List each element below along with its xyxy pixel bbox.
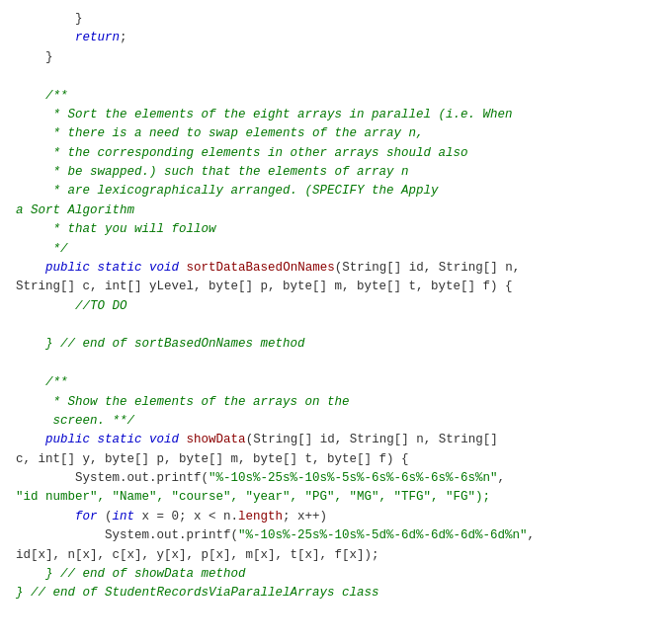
code-line: } // end of sortBasedOnNames method — [16, 335, 654, 354]
code-segment: "%-10s%-25s%-10s%-5s%-6s%-6s%-6s%-6s%n" — [209, 471, 498, 485]
code-line: for (int x = 0; x < n.length; x++) — [16, 508, 654, 526]
code-segment: , — [528, 528, 536, 542]
code-segment — [16, 433, 45, 446]
code-line: //TO DO — [16, 297, 654, 316]
code-line: return; — [16, 29, 654, 47]
code-segment: ( — [98, 510, 113, 523]
code-segment — [179, 433, 187, 446]
code-segment: sortDataBasedOnNames — [187, 261, 335, 275]
code-line: } // end of showData method — [16, 565, 654, 584]
code-line: } — [16, 10, 654, 29]
code-segment: } // end of StudentRecordsViaParallelArr… — [16, 586, 379, 600]
code-segment: void — [149, 261, 179, 275]
code-segment: * that you will follow — [16, 222, 216, 236]
code-line: screen. **/ — [16, 412, 654, 431]
code-segment: * there is a need to swap elements of th… — [16, 126, 424, 140]
code-segment: } — [16, 12, 83, 26]
code-segment: * the corresponding elements in other ar… — [16, 146, 468, 160]
code-line: * the corresponding elements in other ar… — [16, 144, 654, 163]
code-line: * Show the elements of the arrays on the — [16, 393, 654, 412]
code-segment: screen. **/ — [16, 414, 134, 428]
code-segment: public — [45, 261, 90, 275]
code-segment — [16, 261, 45, 275]
code-segment: } — [16, 50, 53, 64]
code-line: */ — [16, 240, 654, 259]
code-segment: ; — [120, 31, 127, 44]
code-line: public static void sortDataBasedOnNames(… — [16, 259, 654, 278]
code-segment: //TO DO — [16, 299, 127, 313]
code-line — [16, 67, 654, 86]
code-editor: } return; } /** * Sort the elements of t… — [0, 0, 670, 644]
code-segment: ; x++) — [283, 510, 327, 523]
code-content: } return; } /** * Sort the elements of t… — [16, 10, 654, 604]
code-segment: (String[] id, String[] n, String[] — [246, 433, 498, 446]
code-segment: (String[] id, String[] n, — [335, 261, 521, 275]
code-line: id[x], n[x], c[x], y[x], p[x], m[x], t[x… — [16, 546, 654, 565]
code-segment: public — [45, 433, 90, 446]
code-segment: "%-10s%-25s%-10s%-5d%-6d%-6d%-6d%-6d%n" — [238, 528, 528, 542]
code-segment: x = 0; x < n. — [134, 510, 238, 523]
code-segment — [142, 261, 150, 275]
code-line: /** — [16, 373, 654, 392]
code-line: * Sort the elements of the eight arrays … — [16, 106, 654, 124]
code-line — [16, 316, 654, 335]
code-segment: * are lexicographically arranged. (SPECI… — [16, 184, 439, 198]
code-line: System.out.printf("%-10s%-25s%-10s%-5s%-… — [16, 469, 654, 488]
code-line: public static void showData(String[] id,… — [16, 431, 654, 449]
code-segment: showData — [187, 433, 246, 446]
code-segment: } // end of sortBasedOnNames method — [16, 337, 305, 351]
code-segment: , — [498, 471, 506, 485]
code-segment: * Sort the elements of the eight arrays … — [16, 108, 513, 121]
code-line: a Sort Algorithm — [16, 201, 654, 220]
code-segment: static — [98, 261, 142, 275]
code-segment: return — [75, 31, 120, 44]
code-segment: int — [113, 510, 135, 523]
code-line: /** — [16, 87, 654, 106]
code-segment — [16, 510, 75, 523]
code-segment: a Sort Algorithm — [16, 203, 134, 217]
code-segment — [90, 261, 98, 275]
code-segment: "id number", "Name", "course", "year", "… — [16, 490, 490, 504]
code-segment — [90, 433, 98, 446]
code-segment: void — [149, 433, 179, 446]
code-line: c, int[] y, byte[] p, byte[] m, byte[] t… — [16, 450, 654, 469]
code-segment: length — [238, 510, 283, 523]
code-segment: static — [98, 433, 142, 446]
code-segment — [142, 433, 150, 446]
code-segment — [179, 261, 187, 275]
code-line: * there is a need to swap elements of th… — [16, 124, 654, 143]
code-segment: } // end of showData method — [16, 567, 246, 581]
code-segment: /** — [16, 375, 68, 389]
code-line: } — [16, 48, 654, 67]
code-segment: System.out.printf( — [16, 471, 209, 485]
code-segment: id[x], n[x], c[x], y[x], p[x], m[x], t[x… — [16, 548, 379, 562]
code-segment: * Show the elements of the arrays on the — [16, 395, 350, 409]
code-line: "id number", "Name", "course", "year", "… — [16, 488, 654, 507]
code-segment — [16, 31, 75, 44]
code-line: String[] c, int[] yLevel, byte[] p, byte… — [16, 278, 654, 296]
code-line: } // end of StudentRecordsViaParallelArr… — [16, 584, 654, 603]
code-segment: */ — [16, 242, 68, 256]
code-segment: * be swapped.) such that the elements of… — [16, 165, 409, 179]
code-segment: System.out.printf( — [16, 528, 238, 542]
code-segment: for — [75, 510, 98, 523]
code-line: * that you will follow — [16, 220, 654, 239]
code-line: * are lexicographically arranged. (SPECI… — [16, 182, 654, 201]
code-segment: String[] c, int[] yLevel, byte[] p, byte… — [16, 280, 513, 293]
code-line: System.out.printf("%-10s%-25s%-10s%-5d%-… — [16, 526, 654, 545]
code-segment: c, int[] y, byte[] p, byte[] m, byte[] t… — [16, 452, 409, 466]
code-line — [16, 355, 654, 373]
code-segment: /** — [16, 89, 68, 103]
code-line: * be swapped.) such that the elements of… — [16, 163, 654, 182]
